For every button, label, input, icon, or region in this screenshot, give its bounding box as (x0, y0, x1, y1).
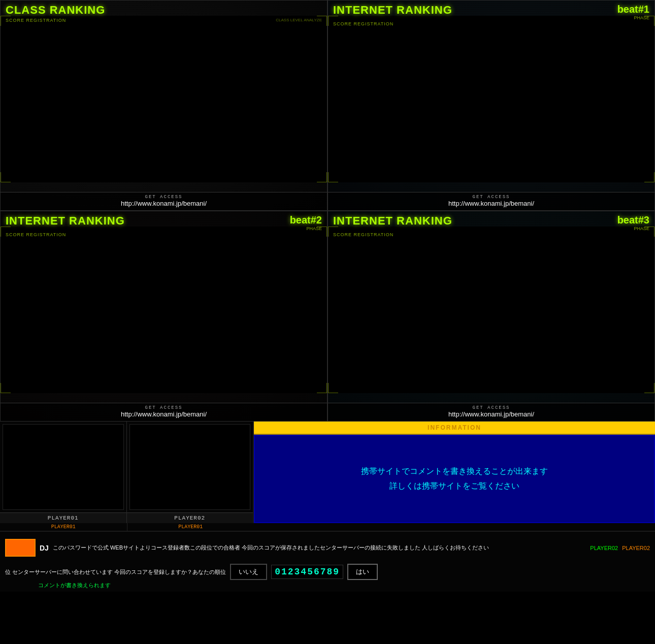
panel3-subtitle: SCORE REGISTRATION (6, 232, 66, 237)
panel4-title: INTERNET RANKING (333, 214, 452, 228)
panel3-art (1, 227, 327, 393)
panel1-access-label: GET ACCESS (6, 195, 322, 200)
info-text-box: 携帯サイトでコメントを書き換えることが出来ます 詳しくは携帯サイトをご覧ください (254, 435, 655, 523)
panel1-art (1, 16, 327, 182)
player1-label: PLAYER01 (0, 512, 126, 523)
panel1-url: http://www.konami.jp/bemani/ (6, 200, 322, 207)
panel1-subtitle: SCORE REGISTRATION (6, 18, 66, 23)
player1-screen (3, 424, 124, 510)
internet-ranking-panel-3: INTERNET RANKING beat#3 PHASE SCORE REGI… (328, 211, 655, 422)
player02-score-label: PLAYER02 (590, 545, 618, 551)
panel4-footer: GET ACCESS http://www.konami.jp/bemani/ (328, 403, 654, 421)
info-section: INFORMATION 携帯サイトでコメントを書き換えることが出来ます 詳しくは… (254, 422, 655, 523)
panel4-access-label: GET ACCESS (333, 405, 649, 410)
player2-screen (129, 424, 251, 510)
panel1-class-level: CLASS LEVEL ANALYZE (276, 18, 322, 23)
digit-display: 0123456789 (271, 565, 343, 579)
sub-text-green: コメントが書き換えられます (0, 580, 655, 592)
status-bar: DJ このパスワードで公式 WEBサイトよりコース登録者数この段位での合格者 今… (0, 531, 655, 564)
status-main-text: このパスワードで公式 WEBサイトよりコース登録者数この段位での合格者 今回のス… (53, 544, 586, 552)
panel4-phase: beat#3 (617, 214, 649, 226)
panel2-access-label: GET ACCESS (333, 195, 649, 200)
panel4-art (328, 227, 654, 393)
panel2-art (328, 16, 654, 182)
panel2-url: http://www.konami.jp/bemani/ (333, 200, 649, 207)
panel3-url: http://www.konami.jp/bemani/ (6, 410, 322, 418)
player2-panel: PLAYER02 (127, 422, 253, 523)
class-ranking-panel: CLASS RANKING SCORE REGISTRATION CLASS L… (0, 0, 328, 211)
player2-sublabel: PLAYER01 (127, 523, 254, 531)
svg-rect-42 (328, 16, 654, 182)
panel3-header: INTERNET RANKING beat#2 PHASE SCORE REGI… (1, 211, 327, 240)
player-sub-labels: PLAYER01 PLAYER01 (0, 523, 254, 531)
panel3-title: INTERNET RANKING (6, 214, 125, 228)
status-line2: 位 センターサーバーに問い合わせています 今回のスコアを登録しますか？あなたの順… (0, 564, 655, 580)
dj-label: DJ (40, 544, 49, 552)
panel3-footer: GET ACCESS http://www.konami.jp/bemani/ (1, 403, 327, 421)
player2-label: PLAYER02 (127, 512, 253, 523)
panel2-phase: beat#1 (617, 4, 649, 15)
panel3-phase: beat#2 (290, 214, 322, 226)
panel2-subtitle: SCORE REGISTRATION (333, 21, 394, 26)
digits: 0123456789 (275, 567, 340, 577)
info-banner: INFORMATION (254, 422, 655, 435)
svg-rect-31 (1, 16, 327, 182)
panel4-url: http://www.konami.jp/bemani/ (333, 410, 649, 418)
panel4-subtitle: SCORE REGISTRATION (333, 232, 394, 237)
panel4-header: INTERNET RANKING beat#3 PHASE SCORE REGI… (328, 211, 654, 240)
rank-text: 位 センターサーバーに問い合わせています 今回のスコアを登録しますか？あなたの順… (5, 568, 226, 576)
player1-panel: PLAYER01 (0, 422, 127, 523)
svg-rect-64 (328, 227, 654, 393)
panel2-header: INTERNET RANKING beat#1 PHASE SCORE REGI… (328, 1, 654, 29)
orange-button[interactable] (5, 539, 36, 557)
info-line1: 携帯サイトでコメントを書き換えることが出来ます 詳しくは携帯サイトをご覧ください (361, 464, 548, 494)
svg-rect-52 (1, 227, 327, 393)
panel2-footer: GET ACCESS http://www.konami.jp/bemani/ (328, 192, 654, 210)
panel2-title: INTERNET RANKING (333, 4, 452, 17)
panel1-header: CLASS RANKING SCORE REGISTRATION CLASS L… (1, 1, 327, 26)
yes-button[interactable]: はい (347, 564, 378, 580)
panel1-footer: GET ACCESS http://www.konami.jp/bemani/ (1, 192, 327, 210)
player-panels-container: PLAYER01 PLAYER02 (0, 422, 254, 523)
player02-label2: PLAYER02 (622, 545, 650, 551)
player1-sublabel: PLAYER01 (0, 523, 127, 531)
panel3-access-label: GET ACCESS (6, 405, 322, 410)
internet-ranking-panel-1: INTERNET RANKING beat#1 PHASE SCORE REGI… (328, 0, 655, 211)
internet-ranking-panel-2: INTERNET RANKING beat#2 PHASE SCORE REGI… (0, 211, 328, 422)
no-button[interactable]: いいえ (230, 564, 267, 580)
panel1-title: CLASS RANKING (6, 4, 105, 17)
